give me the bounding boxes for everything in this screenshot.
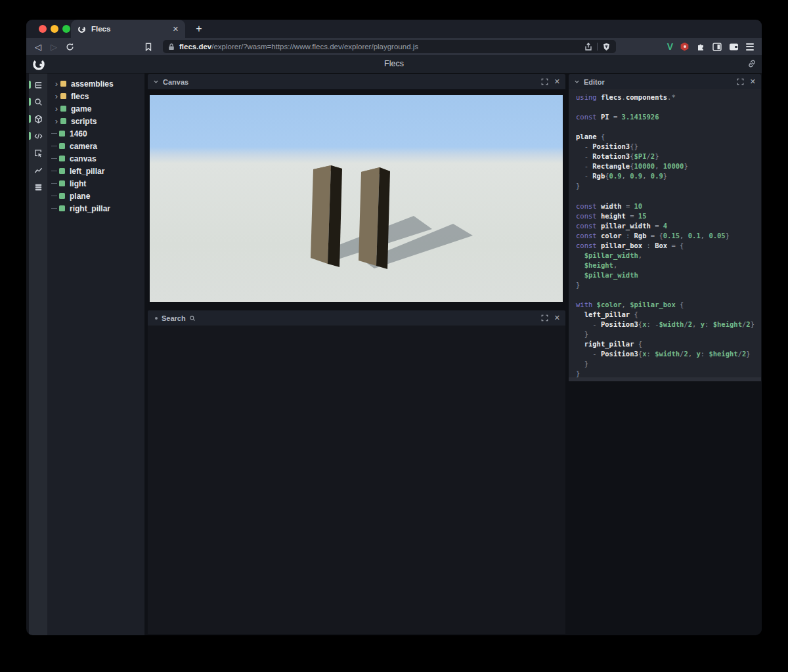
entity-label: assemblies (71, 79, 114, 89)
address-bar[interactable]: flecs.dev /explorer/?wasm=https://www.fl… (163, 40, 616, 53)
new-tab-button[interactable]: + (192, 22, 206, 36)
tab-close-icon[interactable]: ✕ (173, 25, 179, 33)
close-panel-icon[interactable]: ✕ (554, 314, 560, 322)
editor-panel: Editor ✕ using flecs.components.* const … (569, 74, 761, 381)
collapsed-bullet-icon[interactable] (155, 317, 158, 320)
sidebar-button-search[interactable] (29, 93, 47, 110)
fullscreen-button[interactable] (541, 78, 548, 85)
close-panel-icon[interactable]: ✕ (554, 78, 560, 85)
tree-icon (33, 80, 43, 90)
tree-expander[interactable] (51, 208, 57, 209)
browser-tab-flecs[interactable]: Flecs ✕ (71, 20, 185, 38)
panels-area: Canvas ✕ (145, 74, 762, 635)
browser-window: Flecs ✕ + ◁ ▷ flecs.dev (26, 20, 762, 635)
share-link-button[interactable] (747, 59, 756, 68)
canvas-panel-title: Canvas (163, 78, 188, 86)
entity-color-dot (60, 106, 66, 112)
tree-row[interactable]: › flecs (47, 90, 144, 102)
sidebar-button-stats[interactable] (29, 161, 47, 178)
vue-devtools-icon[interactable]: V (667, 41, 673, 52)
tree-row[interactable]: › assemblies (47, 77, 144, 90)
share-button[interactable] (584, 43, 592, 51)
code-lines: using flecs.components.* const PI = 3.14… (576, 93, 761, 377)
search-panel-header: Search ✕ (148, 310, 565, 326)
code-icon (33, 131, 43, 141)
extensions-puzzle-button[interactable] (696, 42, 705, 51)
tree-row[interactable]: camera (47, 140, 144, 152)
lock-icon (168, 43, 175, 51)
browser-toolbar: ◁ ▷ flecs.dev /explorer/?wasm=https://ww… (26, 38, 762, 55)
entity-color-dot (59, 143, 65, 149)
search-panel-body[interactable] (148, 326, 565, 634)
app-header: Flecs (26, 55, 762, 74)
red-extension-icon[interactable] (680, 43, 689, 51)
tree-expander[interactable] (51, 158, 57, 159)
tree-expander[interactable] (51, 171, 57, 171)
search-icon (33, 97, 43, 107)
3d-viewport[interactable] (150, 95, 563, 302)
tree-row[interactable]: plane (47, 190, 144, 202)
sidebar-button-tree[interactable] (29, 76, 47, 93)
sidebar-icon-strip (29, 74, 47, 635)
entity-label: plane (70, 192, 90, 201)
search-panel-title: Search (162, 314, 186, 322)
entity-color-dot (60, 81, 66, 87)
entity-label: game (71, 104, 91, 114)
editor-footer-bar (569, 377, 761, 381)
wallet-button[interactable] (729, 43, 739, 51)
tree-expander[interactable] (51, 196, 57, 196)
rows-icon (33, 182, 43, 192)
tree-expander[interactable]: › (53, 93, 60, 100)
chevron-down-icon[interactable] (574, 79, 580, 85)
chevron-down-icon[interactable] (153, 79, 159, 85)
entity-color-dot (60, 93, 66, 99)
sidebar-button-editor[interactable] (29, 127, 47, 144)
extension-icons: V (667, 38, 754, 55)
tree-row[interactable]: right_pillar (47, 202, 144, 215)
right-pillar-front (150, 95, 563, 302)
brave-shield-button[interactable] (602, 43, 611, 51)
tree-expander[interactable]: › (53, 105, 60, 113)
flecs-favicon (77, 25, 86, 33)
tree-expander[interactable]: › (53, 80, 60, 88)
browser-menu-button[interactable] (746, 43, 754, 51)
tree-row[interactable]: › scripts (47, 115, 144, 127)
window-minimize-button[interactable] (51, 25, 58, 33)
inspect-cursor-icon (33, 148, 43, 158)
tree-row[interactable]: › game (47, 102, 144, 115)
sidebar-toggle-button[interactable] (712, 43, 722, 51)
entity-color-dot (59, 180, 65, 186)
tree-expander[interactable] (51, 183, 57, 184)
close-panel-icon[interactable]: ✕ (750, 78, 756, 85)
reload-button[interactable] (62, 43, 77, 51)
left-pillar-top (150, 95, 563, 302)
forward-button[interactable]: ▷ (46, 42, 62, 52)
tree-expander[interactable] (51, 146, 57, 146)
entity-label: 1460 (70, 129, 87, 138)
window-close-button[interactable] (39, 25, 47, 33)
fullscreen-button[interactable] (737, 78, 744, 85)
tree-row[interactable]: 1460 (47, 127, 144, 140)
url-path: /explorer/?wasm=https://www.flecs.dev/ex… (211, 43, 580, 51)
entity-label: left_pillar (70, 167, 104, 176)
tree-row[interactable]: left_pillar (47, 165, 144, 177)
window-zoom-button[interactable] (62, 25, 70, 33)
sidebar-button-inspect[interactable] (29, 144, 47, 161)
tree-row[interactable]: canvas (47, 152, 144, 165)
back-button[interactable]: ◁ (30, 42, 46, 52)
entity-color-dot (59, 168, 65, 174)
bookmark-button[interactable] (141, 43, 156, 51)
sidebar-button-tables[interactable] (29, 178, 47, 196)
entity-color-dot (59, 156, 65, 161)
tree-row[interactable]: light (47, 177, 144, 190)
left-pillar-shadow (150, 95, 563, 302)
code-editor[interactable]: using flecs.components.* const PI = 3.14… (569, 89, 761, 377)
tree-expander[interactable] (51, 133, 57, 134)
sidebar-button-entities[interactable] (29, 110, 47, 127)
entity-label: camera (70, 142, 97, 151)
cube-icon (33, 114, 43, 124)
fullscreen-button[interactable] (541, 314, 548, 322)
entity-color-dot (59, 205, 65, 211)
entity-tree-list: › assemblies › flecs › game › scripts 14… (47, 77, 144, 215)
tree-expander[interactable]: › (53, 117, 60, 125)
